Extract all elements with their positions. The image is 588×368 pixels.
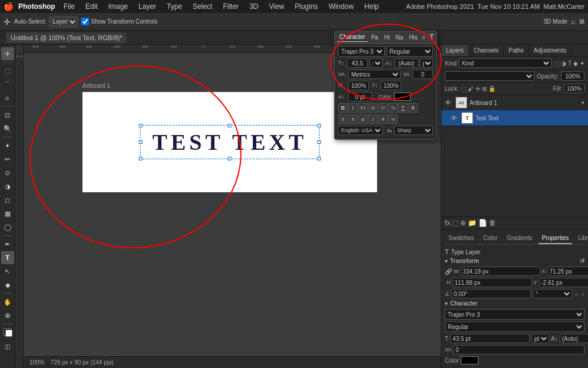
char-tab-history[interactable]: Hi [382, 33, 392, 42]
font-size-input[interactable] [347, 58, 368, 68]
add-mask-icon[interactable]: ⬚ [452, 219, 458, 227]
menu-window[interactable]: Window [326, 1, 356, 12]
menu-image[interactable]: Image [106, 1, 130, 12]
menu-type[interactable]: Type [164, 1, 184, 12]
type-tool[interactable]: T [1, 251, 14, 264]
filter-shape-icon[interactable]: ◆ [573, 60, 578, 67]
heal-tool[interactable]: ✦ [1, 139, 14, 152]
visibility-icon-artboard[interactable]: 👁 [445, 99, 453, 106]
char-tab-navigator[interactable]: Na [394, 33, 406, 42]
menu-help[interactable]: Help [362, 1, 381, 12]
subscript-icon[interactable]: T₂ [388, 103, 398, 113]
menu-filter[interactable]: Filter [220, 1, 241, 12]
layer-artboard1[interactable]: 👁 AB Artboard 1 ▾ [441, 95, 588, 110]
kerning-select[interactable]: Metrics [348, 70, 401, 79]
flip-v-icon[interactable]: ↕ [582, 291, 584, 297]
superscript-icon[interactable]: T² [378, 103, 388, 113]
prop-font-size[interactable] [450, 334, 530, 343]
language-select[interactable]: English: USA [338, 126, 383, 135]
path-select-tool[interactable]: ↖ [1, 265, 14, 278]
align-l-icon[interactable]: ≡ [378, 114, 388, 124]
zoom-tool[interactable]: ⊕ [1, 309, 14, 322]
prop-color-swatch[interactable] [461, 356, 478, 364]
fraction-icon[interactable]: ½ [388, 114, 398, 124]
prop-leading[interactable] [560, 334, 588, 343]
screen-mode-icon[interactable]: ⊞ [579, 18, 584, 25]
panel-menu-icon[interactable]: ≡ [422, 34, 426, 41]
blend-mode-dropdown[interactable]: Normal [445, 71, 534, 81]
move-tool[interactable]: ✛ [1, 47, 14, 60]
handle-tc[interactable] [228, 124, 232, 127]
menu-select[interactable]: Select [190, 1, 214, 12]
shape-tool[interactable]: ◆ [1, 278, 14, 291]
filter-kind-dropdown[interactable]: Kind [459, 58, 551, 68]
leading-input[interactable] [395, 58, 418, 68]
quick-select-tool[interactable]: ⌾ [1, 91, 14, 104]
strikethrough-icon[interactable]: T [408, 103, 418, 113]
filter-pixel-icon[interactable]: ⬚ [554, 60, 559, 67]
fx-icon[interactable]: fx [445, 219, 450, 227]
tab-color[interactable]: Color [480, 233, 501, 244]
char-tab-character[interactable]: Character [337, 32, 368, 42]
bold-icon[interactable]: B [338, 103, 348, 113]
menu-view[interactable]: View [266, 1, 286, 12]
handle-bl[interactable] [139, 157, 143, 160]
handle-ml[interactable] [139, 140, 143, 144]
angle-input[interactable] [451, 289, 531, 298]
text-layer[interactable]: Test Text [140, 125, 320, 159]
filter-type-icon[interactable]: T [568, 60, 572, 67]
underline-icon[interactable]: T [398, 103, 408, 113]
menu-plugins[interactable]: Plugins [292, 1, 320, 12]
filter-smart-icon[interactable]: ✦ [580, 60, 584, 67]
flip-h-icon[interactable]: ↔ [574, 291, 580, 297]
transform-refresh-icon[interactable]: ↺ [580, 258, 584, 264]
uppercase-icon[interactable]: TT [358, 103, 368, 113]
hand-tool[interactable]: ✋ [1, 295, 14, 308]
search-icon[interactable]: ⌕ [571, 17, 576, 26]
lock-position-icon[interactable]: ✛ [475, 86, 480, 92]
pen-tool[interactable]: ✒ [1, 238, 14, 251]
transform-controls-check[interactable]: Show Transform Controls [81, 18, 157, 25]
scale-v-input[interactable] [381, 81, 401, 90]
apple-menu-icon[interactable]: 🍎 [4, 2, 14, 11]
tab-gradients[interactable]: Gradients [503, 233, 536, 244]
dodge-tool[interactable]: ◯ [1, 221, 14, 234]
height-input[interactable] [452, 278, 532, 287]
font-family-select[interactable]: Trajan Pro 3 [338, 46, 385, 57]
handle-tl[interactable] [139, 124, 143, 127]
discretionary-icon[interactable]: fl [348, 114, 358, 124]
auto-select-dropdown[interactable]: Layer [49, 17, 78, 27]
lock-artboard-icon[interactable]: ⊞ [482, 86, 487, 92]
adjustment-icon[interactable]: ⊕ [460, 219, 466, 227]
handle-mr[interactable] [317, 140, 321, 144]
filter-adj-icon[interactable]: ◑ [561, 60, 566, 67]
lock-image-icon[interactable]: 🖌 [468, 86, 474, 92]
crop-tool[interactable]: ⊡ [1, 109, 14, 121]
oldstyle-icon[interactable]: st [358, 114, 368, 124]
width-input[interactable] [461, 267, 540, 276]
color-swatch-fp[interactable] [394, 93, 411, 101]
history-brush-tool[interactable]: ◑ [1, 180, 14, 193]
fill-input[interactable] [564, 84, 584, 93]
opacity-input[interactable]: 100% [561, 71, 584, 81]
char-tab-history2[interactable]: His [407, 33, 419, 42]
lock-transparent-icon[interactable]: ⬚ [461, 86, 466, 92]
smallcaps-icon[interactable]: Tt [368, 103, 378, 113]
document-tab[interactable]: Untitled-1 @ 100% (Test Text, RGB/8)* [6, 32, 127, 43]
ligature-icon[interactable]: fi [338, 114, 348, 124]
eraser-tool[interactable]: ◻ [1, 193, 14, 206]
font-style-select[interactable]: Regular [387, 46, 433, 57]
scale-h-input[interactable] [348, 81, 369, 90]
char-tab-paragraph[interactable]: Pa [369, 33, 381, 42]
tab-layers[interactable]: Layers [441, 45, 469, 56]
delete-layer-icon[interactable]: 🗑 [489, 219, 496, 227]
leading-unit[interactable]: pt [420, 58, 434, 68]
tracking-input[interactable] [412, 70, 433, 79]
prop-font-style[interactable]: Regular [445, 321, 584, 332]
screen-mode-tool[interactable]: ◫ [1, 340, 14, 353]
brush-tool[interactable]: ✏ [1, 153, 14, 166]
italic-icon[interactable]: I [348, 103, 358, 113]
tab-channels[interactable]: Channels [469, 45, 504, 56]
marquee-tool[interactable]: ⬚ [1, 64, 14, 77]
eyedropper-tool[interactable]: 🔍 [1, 122, 14, 135]
